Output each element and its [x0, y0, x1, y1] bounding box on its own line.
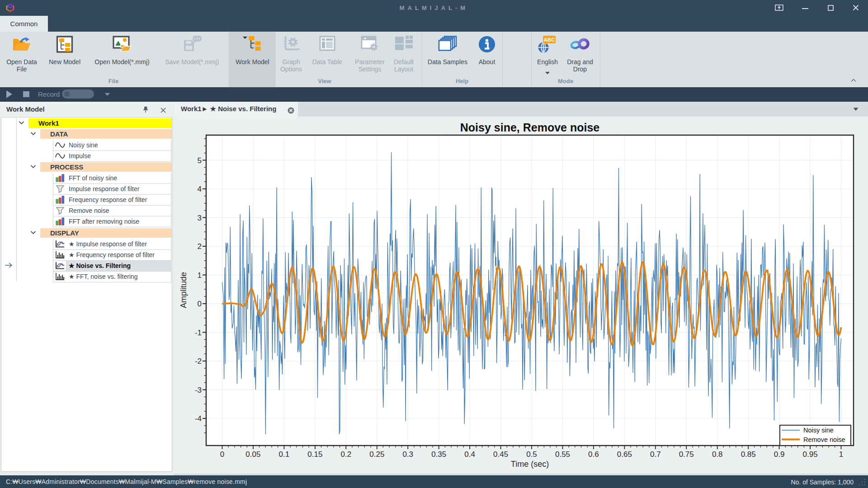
svg-text:ABC: ABC	[544, 37, 555, 42]
svg-text:0: 0	[220, 450, 224, 459]
svg-text:4: 4	[198, 185, 202, 193]
svg-text:1: 1	[198, 271, 202, 280]
svg-text:0.15: 0.15	[307, 450, 322, 459]
svg-text:0.9: 0.9	[774, 450, 785, 459]
svg-text:Time (sec): Time (sec)	[511, 460, 549, 469]
svg-text:0.75: 0.75	[679, 450, 694, 459]
svg-text:0.6: 0.6	[588, 450, 599, 459]
svg-text:5: 5	[198, 156, 202, 165]
svg-text:0.95: 0.95	[803, 450, 818, 459]
svg-text:0: 0	[198, 300, 202, 308]
svg-text:0.45: 0.45	[493, 450, 508, 459]
svg-text:Noisy sine, Remove noise: Noisy sine, Remove noise	[460, 121, 600, 134]
svg-text:0.25: 0.25	[369, 450, 384, 459]
svg-text:0.85: 0.85	[741, 450, 756, 459]
svg-text:0.65: 0.65	[617, 450, 632, 459]
svg-text:3: 3	[198, 214, 202, 222]
svg-text:-4: -4	[195, 414, 202, 423]
svg-text:0.7: 0.7	[650, 450, 661, 459]
svg-text:0.05: 0.05	[245, 450, 260, 459]
svg-text:0.1: 0.1	[279, 450, 290, 459]
svg-text:0.5: 0.5	[526, 450, 537, 459]
svg-text:-2: -2	[195, 357, 202, 366]
svg-text:1: 1	[839, 450, 843, 459]
svg-text:-1: -1	[195, 328, 202, 337]
svg-text:0.2: 0.2	[340, 450, 351, 459]
svg-text:-3: -3	[195, 386, 202, 394]
svg-text:0.4: 0.4	[464, 450, 475, 459]
svg-text:0.8: 0.8	[712, 450, 723, 459]
svg-text:0.3: 0.3	[402, 450, 413, 459]
svg-text:0.55: 0.55	[555, 450, 570, 459]
svg-text:Amplitude: Amplitude	[179, 272, 188, 308]
svg-text:Remove noise: Remove noise	[803, 436, 845, 443]
svg-text:2: 2	[198, 242, 202, 251]
svg-text:Noisy sine: Noisy sine	[803, 427, 834, 434]
svg-text:0.35: 0.35	[431, 450, 446, 459]
